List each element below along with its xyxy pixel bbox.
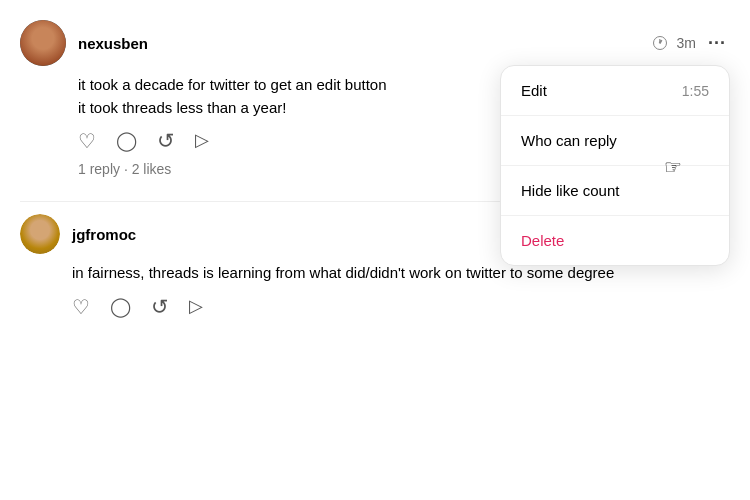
hide-like-count-label: Hide like count [521,182,619,199]
delete-label: Delete [521,232,564,249]
hide-like-count-menu-item[interactable]: Hide like count [501,166,729,216]
avatar-jgfromoc[interactable] [20,214,60,254]
post-1-time: 3m [677,35,696,51]
edit-label: Edit [521,82,547,99]
share-button[interactable]: ▷ [195,129,209,153]
post-2-actions: ♡ ◯ ↺ ▷ [72,295,730,319]
repost-button-2[interactable]: ↺ [151,295,169,319]
who-can-reply-menu-item[interactable]: Who can reply [501,116,729,166]
username-nexusben: nexusben [78,35,148,52]
share-button-2[interactable]: ▷ [189,295,203,319]
comment-button[interactable]: ◯ [116,129,137,153]
post-1-header: nexusben 3m ··· [20,20,730,66]
clock-icon [653,36,667,50]
avatar-nexusben[interactable] [20,20,66,66]
more-options-button[interactable]: ··· [704,33,730,54]
comment-button-2[interactable]: ◯ [110,295,131,319]
edit-menu-item[interactable]: Edit 1:55 [501,66,729,116]
username-jgfromoc: jgfromoc [72,226,136,243]
who-can-reply-label: Who can reply [521,132,617,149]
like-button[interactable]: ♡ [78,129,96,153]
edit-time: 1:55 [682,83,709,99]
repost-button[interactable]: ↺ [157,129,175,153]
like-button-2[interactable]: ♡ [72,295,90,319]
context-menu: Edit 1:55 Who can reply Hide like count … [500,65,730,266]
post-1-meta: 3m ··· [653,33,730,54]
delete-menu-item[interactable]: Delete [501,216,729,265]
